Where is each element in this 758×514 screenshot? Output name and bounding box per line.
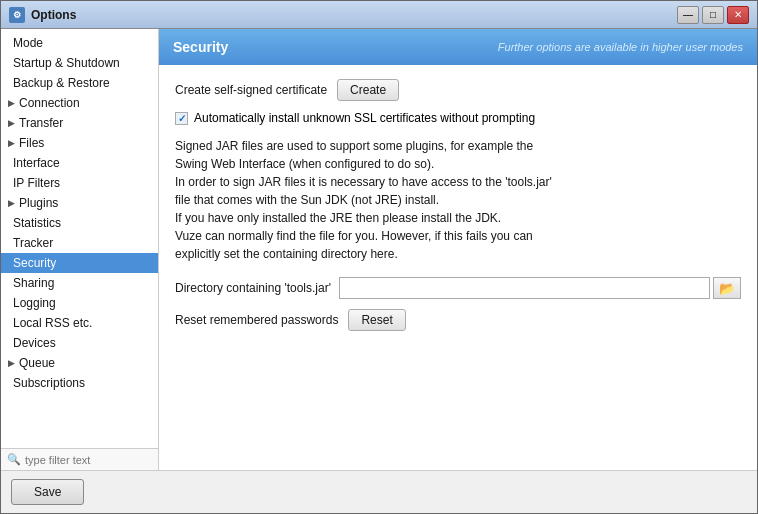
- sidebar-item-statistics[interactable]: Statistics: [1, 213, 158, 233]
- sidebar-label-subscriptions: Subscriptions: [13, 376, 85, 390]
- sidebar-item-logging[interactable]: Logging: [1, 293, 158, 313]
- create-cert-label: Create self-signed certificate: [175, 83, 327, 97]
- files-arrow-icon: ▶: [5, 137, 17, 149]
- browse-button[interactable]: 📂: [713, 277, 741, 299]
- desc-line-7: explicitly set the containing directory …: [175, 245, 741, 263]
- close-button[interactable]: ✕: [727, 6, 749, 24]
- desc-line-4: file that comes with the Sun JDK (not JR…: [175, 191, 741, 209]
- transfer-arrow-icon: ▶: [5, 117, 17, 129]
- sidebar-label-interface: Interface: [13, 156, 60, 170]
- save-button[interactable]: Save: [11, 479, 84, 505]
- panel-title: Security: [173, 39, 228, 55]
- sidebar-item-local-rss[interactable]: Local RSS etc.: [1, 313, 158, 333]
- auto-install-checkbox[interactable]: [175, 112, 188, 125]
- sidebar-label-transfer: Transfer: [19, 116, 63, 130]
- desc-line-1: Signed JAR files are used to support som…: [175, 137, 741, 155]
- sidebar-label-security: Security: [13, 256, 56, 270]
- main-content: Create self-signed certificate Create Au…: [159, 65, 757, 470]
- reset-label: Reset remembered passwords: [175, 313, 338, 327]
- desc-line-2: Swing Web Interface (when configured to …: [175, 155, 741, 173]
- titlebar-buttons: — □ ✕: [677, 6, 749, 24]
- minimize-button[interactable]: —: [677, 6, 699, 24]
- reset-button[interactable]: Reset: [348, 309, 405, 331]
- sidebar-item-backup-restore[interactable]: Backup & Restore: [1, 73, 158, 93]
- maximize-button[interactable]: □: [702, 6, 724, 24]
- directory-row: Directory containing 'tools.jar' 📂: [175, 277, 741, 299]
- content-area: Mode Startup & Shutdown Backup & Restore…: [1, 29, 757, 470]
- sidebar-item-transfer[interactable]: ▶ Transfer: [1, 113, 158, 133]
- queue-arrow-icon: ▶: [5, 357, 17, 369]
- auto-install-label: Automatically install unknown SSL certif…: [194, 111, 535, 125]
- sidebar-label-logging: Logging: [13, 296, 56, 310]
- sidebar-item-files[interactable]: ▶ Files: [1, 133, 158, 153]
- create-button[interactable]: Create: [337, 79, 399, 101]
- sidebar-label-devices: Devices: [13, 336, 56, 350]
- sidebar: Mode Startup & Shutdown Backup & Restore…: [1, 29, 159, 470]
- sidebar-item-devices[interactable]: Devices: [1, 333, 158, 353]
- sidebar-label-backup-restore: Backup & Restore: [13, 76, 110, 90]
- sidebar-label-startup-shutdown: Startup & Shutdown: [13, 56, 120, 70]
- sidebar-label-sharing: Sharing: [13, 276, 54, 290]
- search-icon: 🔍: [7, 453, 21, 466]
- sidebar-label-statistics: Statistics: [13, 216, 61, 230]
- description-block: Signed JAR files are used to support som…: [175, 137, 741, 263]
- window-icon: ⚙: [9, 7, 25, 23]
- sidebar-item-subscriptions[interactable]: Subscriptions: [1, 373, 158, 393]
- sidebar-item-plugins[interactable]: ▶ Plugins: [1, 193, 158, 213]
- sidebar-item-startup-shutdown[interactable]: Startup & Shutdown: [1, 53, 158, 73]
- folder-icon: 📂: [719, 281, 735, 296]
- sidebar-filter: 🔍 ✕: [1, 448, 158, 470]
- sidebar-label-connection: Connection: [19, 96, 80, 110]
- sidebar-label-files: Files: [19, 136, 44, 150]
- main-panel: Security Further options are available i…: [159, 29, 757, 470]
- sidebar-item-sharing[interactable]: Sharing: [1, 273, 158, 293]
- sidebar-label-plugins: Plugins: [19, 196, 58, 210]
- filter-input[interactable]: [25, 454, 159, 466]
- sidebar-item-security[interactable]: Security: [1, 253, 158, 273]
- sidebar-label-tracker: Tracker: [13, 236, 53, 250]
- titlebar: ⚙ Options — □ ✕: [1, 1, 757, 29]
- sidebar-label-local-rss: Local RSS etc.: [13, 316, 92, 330]
- panel-note: Further options are available in higher …: [498, 41, 743, 53]
- reset-passwords-row: Reset remembered passwords Reset: [175, 309, 741, 331]
- sidebar-item-tracker[interactable]: Tracker: [1, 233, 158, 253]
- sidebar-item-queue[interactable]: ▶ Queue: [1, 353, 158, 373]
- sidebar-list: Mode Startup & Shutdown Backup & Restore…: [1, 29, 158, 448]
- sidebar-item-mode[interactable]: Mode: [1, 33, 158, 53]
- connection-arrow-icon: ▶: [5, 97, 17, 109]
- options-window: ⚙ Options — □ ✕ Mode Startup & Shutdown …: [0, 0, 758, 514]
- directory-input[interactable]: [339, 277, 710, 299]
- desc-line-5: If you have only installed the JRE then …: [175, 209, 741, 227]
- create-cert-row: Create self-signed certificate Create: [175, 79, 741, 101]
- plugins-arrow-icon: ▶: [5, 197, 17, 209]
- auto-install-row[interactable]: Automatically install unknown SSL certif…: [175, 111, 741, 125]
- sidebar-label-queue: Queue: [19, 356, 55, 370]
- desc-line-6: Vuze can normally find the file for you.…: [175, 227, 741, 245]
- directory-label: Directory containing 'tools.jar': [175, 281, 331, 295]
- sidebar-item-ip-filters[interactable]: IP Filters: [1, 173, 158, 193]
- sidebar-label-mode: Mode: [13, 36, 43, 50]
- main-header: Security Further options are available i…: [159, 29, 757, 65]
- sidebar-label-ip-filters: IP Filters: [13, 176, 60, 190]
- window-title: Options: [31, 8, 677, 22]
- sidebar-item-connection[interactable]: ▶ Connection: [1, 93, 158, 113]
- bottom-bar: Save: [1, 470, 757, 513]
- desc-line-3: In order to sign JAR files it is necessa…: [175, 173, 741, 191]
- sidebar-item-interface[interactable]: Interface: [1, 153, 158, 173]
